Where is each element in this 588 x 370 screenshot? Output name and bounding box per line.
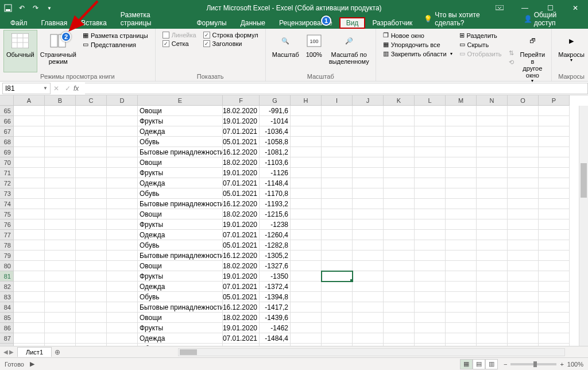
cell-B79[interactable] [45, 250, 76, 261]
cell-M85[interactable] [446, 313, 477, 323]
cell-D82[interactable] [107, 282, 138, 292]
cell-A67[interactable] [14, 126, 45, 137]
cell-H68[interactable] [291, 137, 322, 147]
cell-P77[interactable] [539, 230, 570, 240]
cell-F85[interactable]: 18.02.2020 [223, 313, 260, 323]
cell-O71[interactable] [508, 168, 539, 178]
cell-L81[interactable] [415, 271, 446, 282]
cell-M66[interactable] [446, 116, 477, 126]
cell-J85[interactable] [353, 313, 384, 323]
accept-formula-icon[interactable]: ✓ [62, 84, 74, 92]
cell-P85[interactable] [539, 313, 570, 323]
redo-icon[interactable]: ↷ [29, 1, 42, 15]
cell-E74[interactable]: Бытовые принадлежности [138, 199, 223, 209]
cell-K65[interactable] [384, 106, 415, 116]
cell-K83[interactable] [384, 292, 415, 302]
cell-J80[interactable] [353, 261, 384, 271]
cell-G77[interactable]: -1260,4 [260, 230, 291, 240]
cell-M88[interactable] [446, 344, 477, 346]
macros-button[interactable]: ▶Макросы▾ [555, 30, 587, 72]
cell-M86[interactable] [446, 323, 477, 333]
cell-K77[interactable] [384, 230, 415, 240]
cell-I72[interactable] [322, 178, 353, 188]
zoom-100-button[interactable]: 100100% [302, 30, 326, 72]
hide-button[interactable]: ▭Скрыть [458, 40, 503, 49]
cell-D69[interactable] [107, 147, 138, 157]
cell-J66[interactable] [353, 116, 384, 126]
cell-P71[interactable] [539, 168, 570, 178]
cell-N65[interactable] [477, 106, 508, 116]
cell-K82[interactable] [384, 282, 415, 292]
select-all-corner[interactable] [0, 95, 14, 106]
cell-C70[interactable] [76, 157, 107, 168]
cell-K71[interactable] [384, 168, 415, 178]
chevron-down-icon[interactable]: ▼ [43, 86, 48, 91]
new-window-button[interactable]: ❐Новое окно [382, 31, 454, 40]
cell-F88[interactable]: 05.01.2021 [223, 344, 260, 346]
col-header-I[interactable]: I [322, 95, 353, 106]
cell-C88[interactable] [76, 344, 107, 346]
cell-N72[interactable] [477, 178, 508, 188]
cell-M75[interactable] [446, 209, 477, 219]
cell-P83[interactable] [539, 292, 570, 302]
cell-J83[interactable] [353, 292, 384, 302]
cell-F83[interactable]: 05.01.2021 [223, 292, 260, 302]
cell-M81[interactable] [446, 271, 477, 282]
cell-D72[interactable] [107, 178, 138, 188]
cell-I67[interactable] [322, 126, 353, 137]
cell-J70[interactable] [353, 157, 384, 168]
sync-scroll-icon[interactable]: ⇅ [508, 49, 515, 57]
cell-C86[interactable] [76, 323, 107, 333]
cell-H83[interactable] [291, 292, 322, 302]
cell-J65[interactable] [353, 106, 384, 116]
cell-G75[interactable]: -1215,6 [260, 209, 291, 219]
cell-F77[interactable]: 07.01.2021 [223, 230, 260, 240]
cell-E83[interactable]: Обувь [138, 292, 223, 302]
cell-G71[interactable]: -1126 [260, 168, 291, 178]
cell-I71[interactable] [322, 168, 353, 178]
cell-M69[interactable] [446, 147, 477, 157]
cell-K72[interactable] [384, 178, 415, 188]
cell-B85[interactable] [45, 313, 76, 323]
cell-B88[interactable] [45, 344, 76, 346]
cell-E82[interactable]: Одежда [138, 282, 223, 292]
cell-O79[interactable] [508, 250, 539, 261]
cell-J77[interactable] [353, 230, 384, 240]
cell-A78[interactable] [14, 240, 45, 250]
zoom-selection-button[interactable]: 🔎Масштаб по выделенному [326, 30, 372, 72]
cell-H77[interactable] [291, 230, 322, 240]
cell-P82[interactable] [539, 282, 570, 292]
cell-J71[interactable] [353, 168, 384, 178]
cell-J75[interactable] [353, 209, 384, 219]
row-header-83[interactable]: 83 [0, 292, 14, 302]
fx-icon[interactable]: fx [74, 84, 85, 92]
cell-D85[interactable] [107, 313, 138, 323]
cell-N80[interactable] [477, 261, 508, 271]
cell-C82[interactable] [76, 282, 107, 292]
cell-C71[interactable] [76, 168, 107, 178]
cell-N82[interactable] [477, 282, 508, 292]
cell-O69[interactable] [508, 147, 539, 157]
cell-M83[interactable] [446, 292, 477, 302]
cell-A71[interactable] [14, 168, 45, 178]
row-header-81[interactable]: 81 [0, 271, 14, 282]
col-header-G[interactable]: G [260, 95, 291, 106]
cell-B74[interactable] [45, 199, 76, 209]
cell-I81[interactable] [322, 271, 353, 282]
reset-pos-icon[interactable]: ⟲ [508, 58, 515, 67]
cell-C83[interactable] [76, 292, 107, 302]
cell-A85[interactable] [14, 313, 45, 323]
cancel-formula-icon[interactable]: ✕ [51, 84, 62, 92]
zoom-button[interactable]: 🔍Масштаб [269, 30, 302, 72]
cell-H88[interactable] [291, 344, 322, 346]
cell-O76[interactable] [508, 219, 539, 230]
cell-G70[interactable]: -1103,6 [260, 157, 291, 168]
cell-E84[interactable]: Бытовые принадлежности [138, 302, 223, 313]
cell-J67[interactable] [353, 126, 384, 137]
cell-L73[interactable] [415, 188, 446, 199]
cell-J88[interactable] [353, 344, 384, 346]
cell-J84[interactable] [353, 302, 384, 313]
cell-O74[interactable] [508, 199, 539, 209]
cell-G82[interactable]: -1372,4 [260, 282, 291, 292]
cell-M78[interactable] [446, 240, 477, 250]
